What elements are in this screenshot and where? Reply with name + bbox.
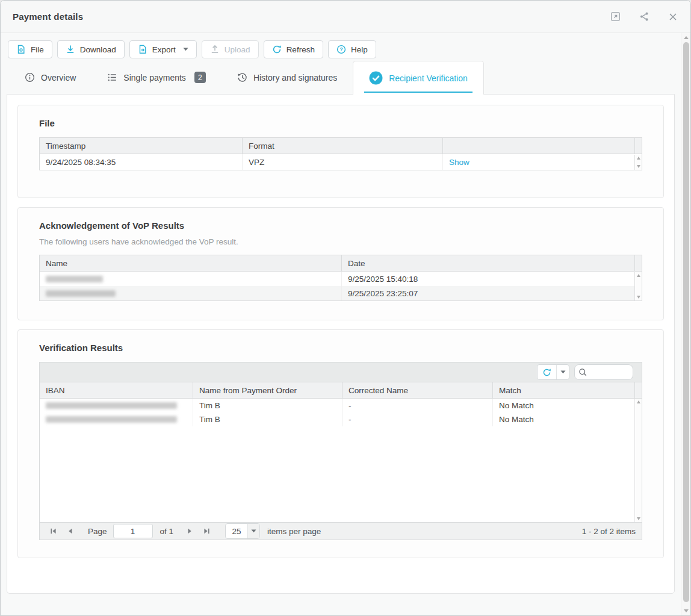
ack-section-heading: Acknowledgement of VoP Results: [39, 220, 642, 231]
redacted-name: [46, 290, 116, 297]
column-header-date[interactable]: Date: [341, 255, 634, 271]
last-page-button[interactable]: [199, 524, 214, 538]
download-icon: [66, 45, 75, 54]
column-header-action[interactable]: [442, 138, 634, 154]
export-icon: [138, 45, 147, 54]
page-bottom-strip: [1, 594, 681, 615]
page-scrollbar[interactable]: [681, 33, 690, 615]
match-cell: No Match: [492, 412, 642, 426]
ack-section-subtitle: The following users have acknowledged th…: [39, 237, 642, 246]
list-icon: [107, 72, 117, 82]
tab-overview[interactable]: Overview: [9, 61, 91, 94]
upload-button[interactable]: Upload: [202, 40, 259, 58]
table-row[interactable]: Tim B - No Match: [40, 412, 642, 426]
ack-table-header: Name Date: [40, 255, 642, 272]
column-header-format[interactable]: Format: [242, 138, 442, 154]
svg-text:?: ?: [339, 46, 342, 52]
payment-details-window: Payment details File Download: [0, 0, 691, 616]
redacted-iban: [46, 402, 177, 409]
column-header-iban[interactable]: IBAN: [40, 382, 193, 398]
tab-recipient-verification[interactable]: Recipient Verification: [353, 61, 484, 95]
pager-range-label: 1 - 2 of 2 items: [582, 527, 636, 536]
column-header-timestamp[interactable]: Timestamp: [40, 138, 242, 154]
scroll-down-icon[interactable]: [637, 165, 640, 168]
column-header-name[interactable]: Name: [40, 255, 341, 271]
search-icon: [578, 368, 587, 377]
table-row[interactable]: 9/25/2025 23:25:07: [40, 286, 642, 300]
export-button[interactable]: Export: [129, 40, 197, 58]
refresh-icon: [272, 45, 282, 54]
table-row[interactable]: Tim B - No Match: [40, 399, 642, 412]
info-icon: [25, 72, 35, 82]
table-scrollbar[interactable]: [634, 272, 642, 300]
grid-refresh-splitbutton: [537, 364, 569, 380]
next-page-button[interactable]: [182, 524, 197, 538]
match-cell: No Match: [492, 399, 642, 412]
grid-scrollbar[interactable]: [634, 399, 642, 522]
redacted-iban-cell: [40, 399, 193, 412]
tab-single-payments[interactable]: Single payments 2: [91, 61, 222, 94]
previous-page-button[interactable]: [63, 524, 78, 538]
grid-refresh-button[interactable]: [538, 365, 556, 379]
date-cell: 9/25/2025 23:25:07: [341, 286, 642, 300]
grid-toolbar: [40, 362, 642, 382]
file-icon: [16, 45, 26, 54]
grid-refresh-dropdown-button[interactable]: [556, 365, 569, 379]
file-section-heading: File: [39, 118, 642, 128]
page-label: Page: [88, 527, 107, 536]
search-input[interactable]: [590, 368, 627, 377]
first-page-button[interactable]: [46, 524, 61, 538]
refresh-icon: [542, 368, 551, 377]
window-title: Payment details: [13, 11, 83, 22]
grid-pager: Page of 1 25 items per page 1 - 2 o: [40, 522, 642, 540]
file-button[interactable]: File: [8, 40, 52, 58]
scroll-up-icon[interactable]: [637, 400, 640, 403]
upload-icon: [210, 45, 220, 54]
column-header-name-from-order[interactable]: Name from Payment Order: [193, 382, 342, 398]
titlebar: Payment details: [1, 1, 690, 33]
chevron-down-icon: [247, 524, 259, 538]
scroll-up-icon[interactable]: [637, 157, 640, 160]
tab-content-panel: File Timestamp Format 9/24/2025 08:34:35…: [7, 94, 675, 594]
tabstrip: Overview Single payments 2 History and s…: [1, 61, 681, 94]
items-per-page-label: items per page: [267, 527, 321, 536]
page-size-select[interactable]: 25: [225, 523, 260, 539]
grid-search-box: [574, 364, 633, 380]
single-payments-count-badge: 2: [194, 72, 206, 83]
scroll-up-icon[interactable]: [684, 36, 689, 39]
acknowledgement-section: Acknowledgement of VoP Results The follo…: [17, 207, 664, 320]
scroll-down-icon[interactable]: [684, 609, 689, 612]
chevron-down-icon: [560, 370, 566, 374]
redacted-name: [46, 276, 103, 282]
table-row[interactable]: 9/25/2025 15:40:18: [40, 272, 642, 286]
file-section: File Timestamp Format 9/24/2025 08:34:35…: [17, 105, 664, 198]
help-button[interactable]: ? Help: [328, 40, 376, 58]
name-cell: Tim B: [193, 412, 342, 426]
page-of-label: of 1: [160, 527, 174, 536]
close-icon[interactable]: [668, 11, 678, 22]
check-circle-icon: [369, 71, 383, 85]
file-table: Timestamp Format 9/24/2025 08:34:35 VPZ …: [39, 137, 642, 170]
download-button[interactable]: Download: [57, 40, 125, 58]
column-header-match[interactable]: Match: [492, 382, 634, 398]
show-link[interactable]: Show: [449, 158, 469, 167]
acknowledgement-table: Name Date 9/25/2025 15:40:18 9/25/: [39, 255, 642, 301]
tab-history-and-signatures[interactable]: History and signatures: [222, 61, 353, 94]
refresh-button[interactable]: Refresh: [264, 40, 323, 58]
open-in-popup-icon[interactable]: [610, 11, 621, 22]
verification-section-heading: Verification Results: [39, 343, 642, 353]
page-number-input[interactable]: [113, 524, 153, 538]
share-icon[interactable]: [639, 11, 649, 22]
timestamp-cell: 9/24/2025 08:34:35: [40, 154, 242, 170]
redacted-iban: [46, 416, 177, 423]
table-row[interactable]: 9/24/2025 08:34:35 VPZ Show: [40, 154, 642, 170]
table-scrollbar[interactable]: [634, 155, 642, 170]
scroll-up-icon[interactable]: [637, 274, 640, 277]
chevron-down-icon: [183, 48, 188, 51]
column-header-corrected-name[interactable]: Corrected Name: [342, 382, 492, 398]
date-cell: 9/25/2025 15:40:18: [341, 272, 642, 286]
grid-body: Tim B - No Match Tim B - No Match: [40, 399, 642, 522]
scroll-down-icon[interactable]: [637, 517, 640, 520]
scrollbar-thumb[interactable]: [683, 42, 689, 602]
scroll-down-icon[interactable]: [637, 296, 640, 299]
